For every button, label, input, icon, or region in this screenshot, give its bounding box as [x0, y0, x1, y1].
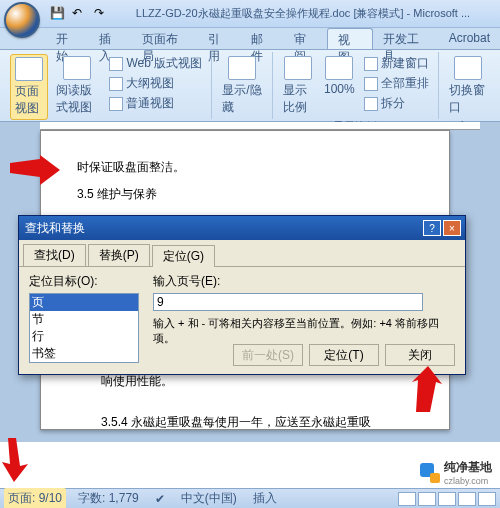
list-item-bookmark[interactable]: 书签 — [30, 345, 138, 362]
reading-layout-label: 阅读版式视图 — [56, 82, 98, 116]
doc-line-1: 时保证吸盘面整洁。 — [77, 155, 413, 180]
switch-windows-button[interactable]: 切换窗口 — [445, 54, 490, 118]
svg-marker-2 — [2, 438, 28, 482]
find-replace-dialog: 查找和替换 ? × 查找(D) 替换(P) 定位(G) 定位目标(O): 页 节… — [18, 215, 466, 375]
goto-hint: 输入 + 和 - 可将相关内容移至当前位置。例如: +4 将前移四项。 — [153, 316, 455, 346]
list-item-section[interactable]: 节 — [30, 311, 138, 328]
outline-icon — [109, 77, 123, 91]
office-button[interactable] — [4, 2, 40, 38]
list-item-line[interactable]: 行 — [30, 328, 138, 345]
dialog-close-button[interactable]: × — [443, 220, 461, 236]
annotation-arrow-icon — [2, 438, 32, 482]
ribbon-group-window: 切换窗口 窗口 — [439, 52, 496, 119]
sb-mode[interactable]: 插入 — [249, 490, 281, 507]
dialog-title: 查找和替换 — [23, 220, 421, 237]
ribbon-group-showhide: 显示/隐藏 — [212, 52, 272, 119]
goto-button[interactable]: 定位(T) — [309, 344, 379, 366]
list-item-page[interactable]: 页 — [30, 294, 138, 311]
reading-layout-button[interactable]: 阅读版式视图 — [52, 54, 102, 118]
close-button[interactable]: 关闭 — [385, 344, 455, 366]
split-icon — [364, 97, 378, 111]
doc-line-5: 3.5.4 永磁起重吸盘每使用一年，应送至永磁起重吸 — [77, 410, 413, 435]
book-icon — [63, 56, 91, 80]
dialog-tab-goto[interactable]: 定位(G) — [152, 245, 215, 267]
zoom-button[interactable]: 显示比例 — [279, 54, 318, 118]
zoom-icon — [284, 56, 312, 80]
watermark: 纯净基地 czlaby.com — [420, 459, 492, 486]
horizontal-ruler[interactable] — [40, 122, 480, 130]
previous-button[interactable]: 前一处(S) — [233, 344, 303, 366]
percent-icon — [325, 56, 353, 80]
dialog-tabs: 查找(D) 替换(P) 定位(G) — [19, 240, 465, 267]
window-title: LLZZ-GD-20永磁起重吸盘安全操作规程.doc [兼容模式] - Micr… — [110, 6, 496, 21]
page-icon — [15, 57, 43, 81]
statusbar: 页面: 9/10 字数: 1,779 ✔ 中文(中国) 插入 — [0, 488, 500, 508]
split-button[interactable]: 拆分 — [361, 94, 432, 113]
zoom-label: 显示比例 — [283, 82, 314, 116]
outline-button[interactable]: 大纲视图 — [106, 74, 205, 93]
tab-acrobat[interactable]: Acrobat — [439, 28, 500, 49]
web-icon — [109, 57, 123, 71]
view-print-icon[interactable] — [398, 492, 416, 506]
page-number-input[interactable] — [153, 293, 423, 311]
sb-proof-icon[interactable]: ✔ — [151, 492, 169, 506]
doc-line-2: 3.5 维护与保养 — [77, 182, 413, 207]
switch-icon — [454, 56, 482, 80]
save-icon[interactable]: 💾 — [50, 6, 66, 22]
switch-windows-label: 切换窗口 — [449, 82, 486, 116]
tab-review[interactable]: 审阅 — [284, 28, 327, 49]
list-item-comment[interactable]: 批注 — [30, 362, 138, 363]
tab-view[interactable]: 视图 — [327, 28, 372, 49]
goto-target-list[interactable]: 页 节 行 书签 批注 脚注 — [29, 293, 139, 363]
redo-icon[interactable]: ↷ — [94, 6, 110, 22]
zoom-100-button[interactable]: 100% — [321, 54, 357, 98]
sb-page[interactable]: 页面: 9/10 — [4, 488, 66, 508]
dialog-tab-replace[interactable]: 替换(P) — [88, 244, 150, 266]
arrange-icon — [364, 77, 378, 91]
sb-view-buttons — [398, 492, 496, 506]
view-reading-icon[interactable] — [418, 492, 436, 506]
tab-developer[interactable]: 开发工具 — [373, 28, 439, 49]
sb-words[interactable]: 字数: 1,779 — [74, 490, 143, 507]
sb-lang[interactable]: 中文(中国) — [177, 490, 241, 507]
undo-icon[interactable]: ↶ — [72, 6, 88, 22]
tab-references[interactable]: 引用 — [198, 28, 241, 49]
web-layout-button[interactable]: Web 版式视图 — [106, 54, 205, 73]
ribbon-group-zoom: 显示比例 100% 新建窗口 全部重排 拆分 显示比例 — [273, 52, 440, 119]
dialog-titlebar[interactable]: 查找和替换 ? × — [19, 216, 465, 240]
titlebar: 💾 ↶ ↷ LLZZ-GD-20永磁起重吸盘安全操作规程.doc [兼容模式] … — [0, 0, 500, 28]
view-web-icon[interactable] — [438, 492, 456, 506]
new-window-button[interactable]: 新建窗口 — [361, 54, 432, 73]
page-number-label: 输入页号(E): — [153, 273, 455, 290]
goto-target-label: 定位目标(O): — [29, 273, 139, 290]
watermark-logo-icon — [420, 463, 440, 483]
ribbon-group-docviews: 页面视图 阅读版式视图 Web 版式视图 大纲视图 普通视图 文档视图 — [4, 52, 212, 119]
print-layout-label: 页面视图 — [15, 83, 43, 117]
draft-icon — [109, 97, 123, 111]
show-hide-button[interactable]: 显示/隐藏 — [218, 54, 265, 118]
draft-button[interactable]: 普通视图 — [106, 94, 205, 113]
tab-layout[interactable]: 页面布局 — [132, 28, 198, 49]
window-icon — [364, 57, 378, 71]
arrange-all-button[interactable]: 全部重排 — [361, 74, 432, 93]
view-outline-icon[interactable] — [458, 492, 476, 506]
ribbon-tabs: 开始 插入 页面布局 引用 邮件 审阅 视图 开发工具 Acrobat — [0, 28, 500, 50]
view-draft-icon[interactable] — [478, 492, 496, 506]
dialog-tab-find[interactable]: 查找(D) — [23, 244, 86, 266]
tab-mailings[interactable]: 邮件 — [241, 28, 284, 49]
ribbon: 页面视图 阅读版式视图 Web 版式视图 大纲视图 普通视图 文档视图 显示/隐… — [0, 50, 500, 122]
eye-icon — [228, 56, 256, 80]
tab-insert[interactable]: 插入 — [89, 28, 132, 49]
tab-home[interactable]: 开始 — [46, 28, 89, 49]
show-hide-label: 显示/隐藏 — [222, 82, 261, 116]
watermark-name: 纯净基地 — [444, 459, 492, 476]
quick-access-toolbar: 💾 ↶ ↷ — [50, 6, 110, 22]
print-layout-button[interactable]: 页面视图 — [10, 54, 48, 120]
watermark-url: czlaby.com — [444, 476, 492, 486]
dialog-help-button[interactable]: ? — [423, 220, 441, 236]
zoom-100-label: 100% — [324, 82, 355, 96]
